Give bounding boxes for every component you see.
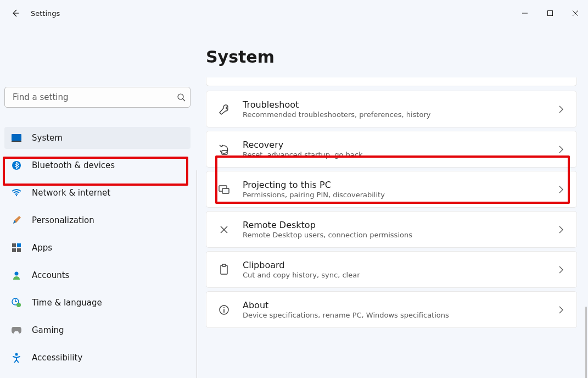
sidebar: System Bluetooth & devices Network & int… [0,26,195,378]
chevron-right-icon [557,265,565,274]
clock-globe-icon [11,297,22,308]
search-box[interactable] [4,87,191,108]
recovery-icon [217,143,231,156]
bluetooth-icon [11,160,22,171]
card-projecting[interactable]: Projecting to this PC Permissions, pairi… [206,171,577,208]
search-input[interactable] [13,92,177,102]
svg-point-20 [223,307,225,308]
card-subtitle: Remote Desktop users, connection permiss… [243,231,545,239]
chevron-right-icon [557,305,565,314]
sidebar-item-bluetooth[interactable]: Bluetooth & devices [4,154,191,176]
search-icon [177,93,186,102]
sidebar-item-label: Apps [32,243,52,253]
maximize-button[interactable] [537,4,563,22]
info-icon [217,303,231,316]
card-title: Troubleshoot [243,99,545,110]
main-content: System Troubleshoot Recommended troubles… [195,26,588,378]
sidebar-item-label: Time & language [32,298,102,308]
clipboard-icon [217,263,231,276]
sidebar-item-label: Accounts [32,270,69,280]
card-subtitle: Device specifications, rename PC, Window… [243,311,545,319]
svg-rect-9 [17,248,21,252]
app-title: Settings [31,9,60,18]
svg-point-12 [16,303,21,307]
sidebar-item-label: Gaming [32,325,64,335]
titlebar: Settings [0,0,588,26]
chevron-right-icon [557,145,565,154]
svg-rect-2 [12,134,21,141]
card-title: Projecting to this PC [243,180,545,190]
remote-desktop-icon [217,223,231,236]
sidebar-item-label: Bluetooth & devices [32,160,115,170]
close-icon [572,10,579,16]
chevron-right-icon [557,105,565,114]
card-title: Clipboard [243,260,545,270]
card-title: About [243,300,545,310]
page-title: System [206,47,577,66]
gamepad-icon [11,325,22,336]
projecting-icon [217,183,231,196]
card-subtitle: Reset, advanced startup, go back [243,151,545,159]
svg-rect-6 [12,243,16,247]
card-partial-above[interactable] [206,77,577,86]
card-subtitle: Permissions, pairing PIN, discoverabilit… [243,191,545,199]
card-clipboard[interactable]: Clipboard Cut and copy history, sync, cl… [206,251,577,288]
svg-point-13 [15,353,18,356]
svg-rect-3 [12,141,21,142]
scrollbar[interactable] [585,307,587,378]
svg-point-1 [178,94,183,99]
accessibility-icon [11,352,22,363]
svg-rect-7 [17,243,21,247]
svg-point-10 [15,272,19,276]
chevron-right-icon [557,225,565,234]
paintbrush-icon [11,215,22,226]
card-subtitle: Cut and copy history, sync, clear [243,271,545,279]
card-title: Remote Desktop [243,220,545,230]
apps-icon [11,242,22,253]
sidebar-item-personalization[interactable]: Personalization [4,209,191,231]
close-button[interactable] [563,4,588,22]
wifi-icon [11,187,22,198]
card-troubleshoot[interactable]: Troubleshoot Recommended troubleshooters… [206,91,577,127]
wrench-icon [217,103,231,116]
minimize-button[interactable] [512,4,537,22]
card-about[interactable]: About Device specifications, rename PC, … [206,291,577,328]
sidebar-item-label: System [32,133,63,143]
svg-rect-16 [222,188,229,193]
sidebar-item-accessibility[interactable]: Accessibility [4,347,191,369]
svg-rect-0 [548,11,553,16]
sidebar-item-accounts[interactable]: Accounts [4,264,191,286]
sidebar-item-gaming[interactable]: Gaming [4,319,191,341]
sidebar-item-apps[interactable]: Apps [4,237,191,259]
svg-point-5 [16,195,17,196]
sidebar-item-label: Accessibility [32,353,82,363]
back-button[interactable] [7,4,24,22]
maximize-icon [547,10,553,16]
minimize-icon [522,10,528,16]
sidebar-item-time-language[interactable]: Time & language [4,292,191,314]
card-remote-desktop[interactable]: Remote Desktop Remote Desktop users, con… [206,211,577,248]
sidebar-item-label: Network & internet [32,188,110,198]
system-icon [11,132,22,143]
sidebar-item-system[interactable]: System [4,127,191,149]
card-title: Recovery [243,140,545,150]
person-icon [11,270,22,281]
card-subtitle: Recommended troubleshooters, preferences… [243,110,545,119]
arrow-left-icon [11,9,20,18]
sidebar-item-network[interactable]: Network & internet [4,182,191,204]
card-recovery[interactable]: Recovery Reset, advanced startup, go bac… [206,131,577,168]
svg-rect-8 [12,248,16,252]
sidebar-item-label: Personalization [32,215,94,225]
chevron-right-icon [557,185,565,194]
svg-rect-18 [222,264,226,266]
